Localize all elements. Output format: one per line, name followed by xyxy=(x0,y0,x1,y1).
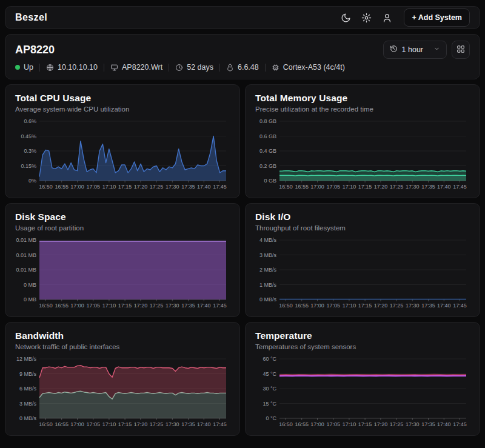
svg-text:17:05: 17:05 xyxy=(86,303,100,309)
svg-text:45 °C: 45 °C xyxy=(263,371,276,377)
svg-text:17:45: 17:45 xyxy=(213,184,227,190)
globe-icon xyxy=(46,64,54,72)
svg-text:17:10: 17:10 xyxy=(102,303,116,309)
svg-text:17:45: 17:45 xyxy=(453,303,467,309)
disk-space-chart[interactable]: 0 MB0 MB0.01 MB0.01 MB0.01 MB16:5016:551… xyxy=(15,236,229,310)
system-name: AP8220 xyxy=(15,44,55,56)
svg-text:3 MB/s: 3 MB/s xyxy=(259,252,277,258)
history-clock-icon xyxy=(390,45,398,55)
svg-text:16:55: 16:55 xyxy=(295,184,309,190)
memory-usage-chart[interactable]: 0 GB0.2 GB0.4 GB0.6 GB0.8 GB16:5016:5517… xyxy=(255,118,469,192)
svg-text:17:10: 17:10 xyxy=(343,303,356,309)
system-uptime: 52 days xyxy=(175,63,213,72)
svg-text:17:15: 17:15 xyxy=(358,303,372,309)
svg-text:16:50: 16:50 xyxy=(39,303,53,309)
chart-title: Disk I/O xyxy=(255,212,470,222)
svg-text:16:50: 16:50 xyxy=(39,421,53,427)
svg-text:17:10: 17:10 xyxy=(102,184,116,190)
clock-icon xyxy=(175,64,183,72)
chart-subtitle: Throughput of root filesystem xyxy=(255,224,470,232)
svg-text:0 MB/s: 0 MB/s xyxy=(259,296,277,303)
time-range-select[interactable]: 1 hour xyxy=(383,41,447,59)
svg-text:17:40: 17:40 xyxy=(197,303,211,309)
svg-text:17:00: 17:00 xyxy=(310,421,324,427)
svg-text:12 MB/s: 12 MB/s xyxy=(16,356,37,362)
system-info-card: AP8220 1 hour Up xyxy=(5,34,480,79)
svg-text:17:15: 17:15 xyxy=(118,303,132,309)
svg-text:17:35: 17:35 xyxy=(181,421,195,427)
chart-title: Disk Space xyxy=(15,212,230,222)
svg-text:16:50: 16:50 xyxy=(39,184,53,190)
svg-text:17:25: 17:25 xyxy=(150,421,164,427)
user-menu-button[interactable] xyxy=(378,9,395,26)
svg-text:17:05: 17:05 xyxy=(326,184,340,190)
svg-text:0.01 MB: 0.01 MB xyxy=(16,252,36,258)
system-kernel: 6.6.48 xyxy=(226,63,259,72)
svg-text:17:40: 17:40 xyxy=(437,421,451,427)
svg-text:0 MB: 0 MB xyxy=(24,296,36,303)
chart-layout-button[interactable] xyxy=(452,41,470,59)
svg-text:17:45: 17:45 xyxy=(213,421,227,427)
svg-text:16:55: 16:55 xyxy=(295,303,309,309)
svg-text:4 MB/s: 4 MB/s xyxy=(259,237,277,243)
penguin-kernel-icon xyxy=(226,64,234,72)
chevron-down-icon xyxy=(433,45,440,54)
svg-text:16:55: 16:55 xyxy=(295,421,309,427)
svg-text:17:40: 17:40 xyxy=(437,303,451,309)
svg-text:0.01 MB: 0.01 MB xyxy=(16,237,36,243)
memory-usage-card: Total Memory Usage Precise utilization a… xyxy=(245,84,480,198)
svg-text:0.4 GB: 0.4 GB xyxy=(259,148,276,154)
svg-text:16:55: 16:55 xyxy=(55,303,69,309)
svg-text:17:30: 17:30 xyxy=(166,303,179,309)
temperature-card: Temperature Temperatures of system senso… xyxy=(245,322,480,436)
system-meta-row: Up 10.10.10.10 AP8220.Wrt 52 days xyxy=(15,63,470,72)
svg-text:17:20: 17:20 xyxy=(374,303,388,309)
cpu-usage-chart[interactable]: 0%0.15%0.3%0.45%0.6%16:5016:5517:0017:05… xyxy=(15,118,229,192)
svg-text:17:00: 17:00 xyxy=(70,421,84,427)
chart-subtitle: Average system-wide CPU utilization xyxy=(15,105,230,113)
chart-subtitle: Network traffic of public interfaces xyxy=(15,343,230,350)
svg-text:17:20: 17:20 xyxy=(374,421,388,427)
system-cpu-model: Cortex-A53 (4c/4t) xyxy=(272,63,345,72)
grid-layout-icon xyxy=(457,45,465,55)
svg-text:17:10: 17:10 xyxy=(343,184,356,190)
svg-text:0 GB: 0 GB xyxy=(264,178,276,184)
svg-text:9 MB/s: 9 MB/s xyxy=(19,371,37,377)
svg-text:17:35: 17:35 xyxy=(181,303,195,309)
theme-toggle-button[interactable] xyxy=(337,9,354,26)
svg-text:17:40: 17:40 xyxy=(197,421,211,427)
divider xyxy=(39,64,40,72)
svg-text:17:15: 17:15 xyxy=(358,184,372,190)
temperature-chart[interactable]: 0 °C15 °C30 °C45 °C60 °C16:5016:5517:001… xyxy=(255,355,469,429)
svg-text:17:35: 17:35 xyxy=(181,184,195,190)
svg-text:17:20: 17:20 xyxy=(374,184,388,190)
chart-subtitle: Precise utilization at the recorded time xyxy=(255,105,470,113)
topbar-actions: + Add System xyxy=(337,8,470,27)
charts-grid: Total CPU Usage Average system-wide CPU … xyxy=(5,84,480,436)
chart-title: Bandwidth xyxy=(15,330,230,341)
svg-text:17:30: 17:30 xyxy=(406,421,420,427)
svg-text:0.6%: 0.6% xyxy=(24,118,36,124)
svg-text:17:45: 17:45 xyxy=(453,184,467,190)
chart-title: Total CPU Usage xyxy=(15,93,230,104)
add-system-button[interactable]: + Add System xyxy=(404,8,470,27)
bandwidth-card: Bandwidth Network traffic of public inte… xyxy=(5,322,240,436)
svg-text:17:45: 17:45 xyxy=(213,303,227,309)
bandwidth-chart[interactable]: 0 MB/s3 MB/s6 MB/s9 MB/s12 MB/s16:5016:5… xyxy=(15,355,229,429)
settings-button[interactable] xyxy=(358,9,375,26)
status-dot-icon xyxy=(15,65,20,70)
svg-text:17:40: 17:40 xyxy=(197,184,211,190)
svg-text:17:30: 17:30 xyxy=(166,184,179,190)
svg-text:17:05: 17:05 xyxy=(86,184,100,190)
svg-text:16:55: 16:55 xyxy=(55,184,69,190)
system-ip: 10.10.10.10 xyxy=(46,63,98,72)
svg-text:0.01 MB: 0.01 MB xyxy=(16,267,36,273)
disk-io-chart[interactable]: 0 MB/s1 MB/s2 MB/s3 MB/s4 MB/s16:5016:55… xyxy=(255,236,469,310)
svg-text:17:05: 17:05 xyxy=(326,421,340,427)
svg-text:16:55: 16:55 xyxy=(55,421,69,427)
svg-text:17:05: 17:05 xyxy=(86,421,100,427)
svg-text:17:25: 17:25 xyxy=(150,184,164,190)
svg-text:17:45: 17:45 xyxy=(453,421,467,427)
svg-text:17:20: 17:20 xyxy=(134,303,148,309)
svg-text:1 MB/s: 1 MB/s xyxy=(259,282,277,288)
